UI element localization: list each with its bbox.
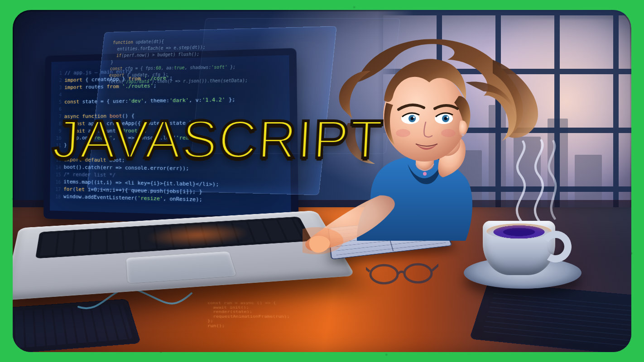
coffee-cup [464,185,582,289]
svg-point-1 [404,264,432,282]
laptop-touchpad [125,251,237,284]
title-text: JAVASCRIPT [51,109,384,170]
svg-point-0 [370,265,398,283]
laptop-base [13,210,356,300]
laptop: 1 2 3 4 5 6 7 8 9 10 11 12 13 14 15 16 1… [26,42,316,322]
artwork-viewport: const run = async () => { await init(); … [13,10,631,352]
steam-icon [503,139,566,225]
eyeglasses [366,256,438,288]
